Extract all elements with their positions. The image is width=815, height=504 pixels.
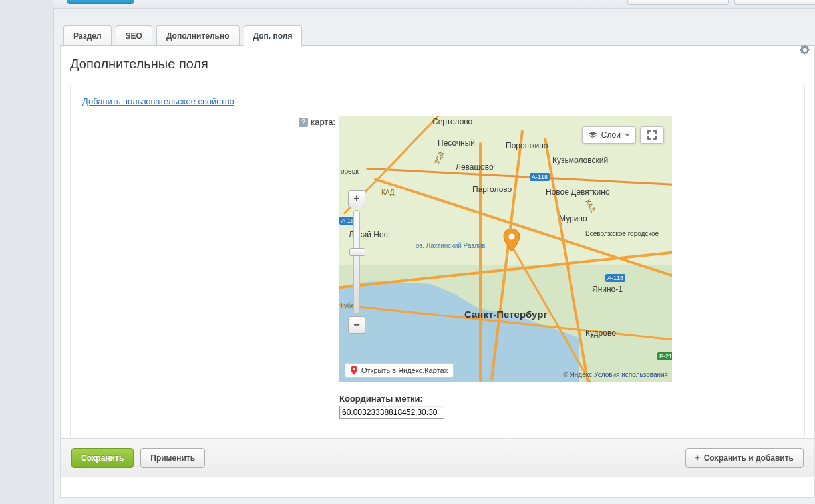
road-badge-a118-2: А-118 — [605, 274, 625, 282]
svg-point-0 — [509, 234, 515, 240]
tabs-bar: Раздел SEO Дополнительно Доп. поля — [60, 19, 815, 45]
chevron-down-icon — [625, 132, 630, 138]
add-user-property-link[interactable]: Добавить пользовательское свойство — [82, 96, 234, 106]
coords-input[interactable] — [339, 406, 444, 419]
top-primary-button[interactable] — [67, 0, 134, 4]
layers-icon — [588, 130, 597, 140]
map-zoom-in-button[interactable]: + — [348, 190, 365, 207]
map-zoom-control: + − — [347, 190, 366, 334]
map-widget[interactable]: Сертолово Песочный Порошкино Левашово Па… — [339, 116, 672, 382]
top-right-control-2[interactable] — [734, 0, 815, 5]
fullscreen-icon — [647, 130, 657, 140]
tab-extra-fields[interactable]: Доп. поля — [244, 25, 303, 46]
help-icon[interactable]: ? — [299, 118, 308, 127]
map-layers-button[interactable]: Слои — [582, 126, 636, 144]
map-fullscreen-button[interactable] — [640, 126, 664, 144]
left-sidebar — [0, 0, 54, 504]
save-button[interactable]: Сохранить — [71, 448, 134, 468]
open-in-yandex-button[interactable]: Открыть в Яндекс.Картах — [345, 363, 454, 378]
svg-point-1 — [353, 368, 355, 370]
top-right-control-1[interactable] — [627, 0, 729, 5]
settings-gear-icon[interactable] — [799, 44, 812, 57]
apply-button[interactable]: Применить — [140, 448, 205, 468]
tab-additional[interactable]: Дополнительно — [156, 25, 240, 45]
map-zoom-out-button[interactable]: − — [348, 316, 365, 334]
map-terms-link[interactable]: Условия использования — [594, 371, 668, 378]
pin-icon — [351, 366, 357, 375]
tab-seo[interactable]: SEO — [116, 25, 152, 45]
open-in-yandex-label: Открыть в Яндекс.Картах — [361, 366, 448, 374]
coords-label: Координаты метки: — [339, 394, 672, 404]
save-and-add-button[interactable]: +Сохранить и добавить — [685, 448, 804, 468]
panel: Дополнительные поля Добавить пользовател… — [60, 45, 815, 498]
panel-body: Добавить пользовательское свойство ? кар… — [70, 84, 805, 438]
road-badge-r21: Р-21 — [657, 352, 672, 360]
footer-actions: Сохранить Применить +Сохранить и добавит… — [61, 438, 814, 477]
panel-title: Дополнительные поля — [61, 46, 814, 76]
map-marker-icon[interactable] — [503, 229, 520, 251]
map-zoom-track[interactable] — [353, 210, 360, 314]
map-zoom-handle[interactable] — [349, 248, 365, 256]
map-layers-label: Слои — [601, 130, 621, 140]
map-attribution: © Яндекс Условия использования — [563, 371, 668, 378]
tab-section[interactable]: Раздел — [63, 25, 112, 45]
plus-icon: + — [695, 453, 700, 463]
road-badge-a118-1: А-118 — [530, 173, 550, 181]
map-field-label: карта: — [311, 117, 335, 127]
